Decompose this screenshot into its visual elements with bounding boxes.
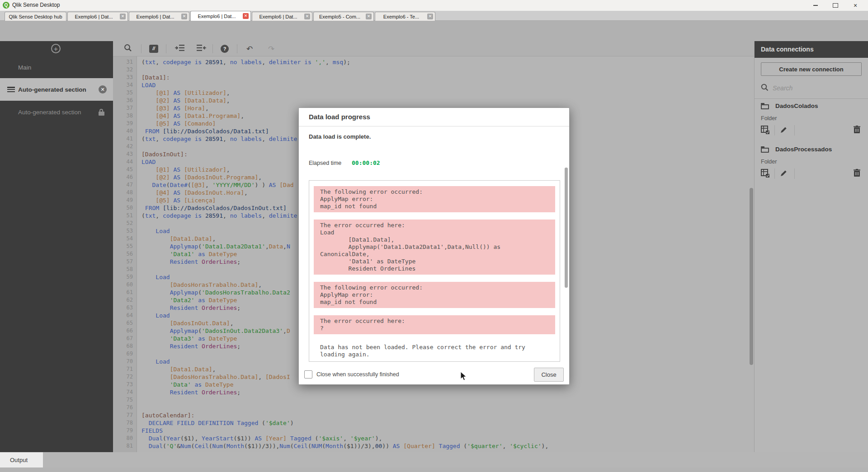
code-line[interactable]: 80 Dual(Year($1), YearStart($1)) AS [Yea… (113, 435, 754, 442)
code-text (137, 143, 142, 150)
code-text (137, 66, 142, 74)
editor-scrollbar[interactable] (750, 188, 753, 365)
select-data-icon[interactable] (761, 169, 769, 179)
tab-close-icon[interactable]: ✕ (366, 14, 372, 19)
code-text (137, 404, 142, 411)
sidebar-item-label: Auto-generated section (18, 109, 81, 116)
output-tab[interactable]: Output (0, 452, 43, 467)
close-window-button[interactable]: × (845, 0, 865, 11)
tab-1[interactable]: Qlik Sense Desktop hub (5, 12, 66, 21)
code-text: Load (137, 227, 170, 235)
minimize-button[interactable] (806, 0, 826, 11)
folder-icon (761, 148, 769, 153)
log-scrollbar[interactable] (565, 168, 568, 288)
connection-dadoscolados[interactable]: DadosColadosFolder (755, 99, 868, 142)
tab-2[interactable]: Exemplo6 | Dat...✕ (67, 12, 128, 21)
qlik-sense-desktop: { "titlebar": { "title": "Qlik Sense Des… (0, 0, 868, 472)
line-number: 70 (113, 358, 137, 365)
code-line[interactable]: 81 Dual('Q'&Num(Ceil(Num(Month($1))/3)),… (113, 442, 754, 450)
maximize-button[interactable] (826, 0, 845, 11)
line-number: 66 (113, 327, 137, 335)
editor-toolbar: // ? ↶ ↷ (113, 41, 754, 56)
indent-icon[interactable] (175, 44, 185, 53)
edit-icon[interactable] (780, 169, 788, 179)
tab-close-icon[interactable]: ✕ (304, 14, 310, 19)
line-number: 72 (113, 373, 137, 381)
tab-7[interactable]: Exemplo6 - Te...✕ (375, 12, 435, 21)
sidebar-item-auto-generated-section[interactable]: Auto-generated section✕ (0, 78, 113, 101)
connection-type: Folder (761, 115, 777, 122)
delete-icon[interactable] (854, 126, 860, 136)
tab-close-icon[interactable]: ✕ (120, 14, 126, 19)
code-line[interactable]: 33[Data1]: (113, 74, 754, 81)
code-text: [@1] AS [Utilizador], (137, 89, 230, 97)
tab-4[interactable]: Exemplo6 | Dat...✕ (190, 11, 251, 21)
line-number: 35 (113, 89, 137, 97)
code-line[interactable]: 77[autoCalendar]: (113, 411, 754, 419)
tab-close-icon[interactable]: ✕ (243, 13, 249, 19)
code-text: Resident OrderLines; (137, 388, 241, 396)
select-data-icon[interactable] (761, 126, 769, 136)
line-number: 49 (113, 196, 137, 204)
connection-dadosprocessados[interactable]: DadosProcessadosFolder (755, 142, 868, 186)
code-line[interactable]: 74 Resident OrderLines; (113, 388, 754, 396)
tab-3[interactable]: Exemplo6 | Dat...✕ (129, 12, 189, 21)
add-section-icon[interactable]: + (51, 44, 61, 53)
close-when-finished-checkbox[interactable] (304, 370, 312, 379)
code-text: Applymap('DadosInOut.Data2Data3',D (137, 327, 290, 335)
line-number: 38 (113, 112, 137, 120)
undo-icon[interactable]: ↶ (246, 44, 253, 54)
code-line[interactable]: 78 DECLARE FIELD DEFINITION Tagged ('$da… (113, 419, 754, 427)
line-number: 60 (113, 281, 137, 289)
code-text: DECLARE FIELD DEFINITION Tagged ('$date'… (137, 419, 294, 427)
tab-close-icon[interactable]: ✕ (427, 14, 433, 19)
search-icon[interactable] (124, 44, 132, 54)
tab-close-icon[interactable]: ✕ (181, 14, 187, 19)
code-line[interactable]: 76 (113, 404, 754, 411)
code-text (137, 220, 142, 227)
create-new-connection-button[interactable]: Create new connection (761, 62, 862, 76)
connections-search-input[interactable]: Search (761, 81, 862, 95)
dialog-close-button[interactable]: Close (534, 368, 564, 382)
close-section-icon[interactable]: ✕ (99, 85, 107, 93)
code-text: Load (137, 273, 170, 281)
line-number: 51 (113, 212, 137, 220)
code-line[interactable]: 34LOAD (113, 81, 754, 89)
line-number: 77 (113, 411, 137, 419)
tab-5[interactable]: Exemplo6 | Dat...✕ (252, 12, 312, 21)
load-log-area[interactable]: The following error occurred: ApplyMap e… (309, 180, 560, 362)
code-text: [@1] AS [Utilizador], (137, 166, 230, 173)
connection-actions (755, 125, 868, 136)
code-text: FROM [lib://DadosColados/DadosInOut.txt] (137, 204, 287, 212)
code-line[interactable]: 31(txt, codepage is 28591, no labels, de… (113, 58, 754, 66)
comment-icon[interactable]: // (149, 45, 158, 53)
sidebar-item-auto-generated-section[interactable]: Auto-generated section (0, 101, 113, 123)
drag-handle-icon[interactable] (7, 87, 15, 92)
code-text: Applymap('DadosHorasTrabalho.Data2 (137, 289, 290, 296)
sidebar-item-main[interactable]: Main (0, 56, 113, 78)
code-line[interactable]: 32 (113, 66, 754, 74)
code-text: [@5] AS [Comando] (137, 120, 216, 127)
log-message: Data has not been loaded. Please correct… (314, 341, 555, 360)
code-line[interactable]: 79FIELDS (113, 427, 754, 435)
code-text: FIELDS (137, 427, 163, 435)
outdent-icon[interactable] (196, 44, 206, 53)
code-text: [@5] AS [Licença] (137, 196, 216, 204)
line-number: 64 (113, 312, 137, 319)
code-text: Resident OrderLines; (137, 342, 241, 350)
mouse-cursor (460, 371, 467, 383)
code-line[interactable]: 35 [@1] AS [Utilizador], (113, 89, 754, 97)
line-number: 71 (113, 365, 137, 373)
code-text: Load (137, 312, 170, 319)
help-icon[interactable]: ? (221, 45, 229, 53)
line-number: 75 (113, 396, 137, 404)
connection-name: DadosProcessados (775, 146, 832, 153)
code-line[interactable]: 75 (113, 396, 754, 404)
code-line[interactable]: 36 [@2] AS [Data1.Data], (113, 97, 754, 104)
code-text: [@3] AS [Hora], (137, 104, 209, 112)
tab-6[interactable]: Exemplo5 - Com...✕ (313, 12, 374, 21)
line-number: 53 (113, 227, 137, 235)
delete-icon[interactable] (854, 169, 860, 179)
edit-icon[interactable] (780, 126, 788, 136)
checkbox-label: Close when successfully finished (316, 371, 399, 378)
